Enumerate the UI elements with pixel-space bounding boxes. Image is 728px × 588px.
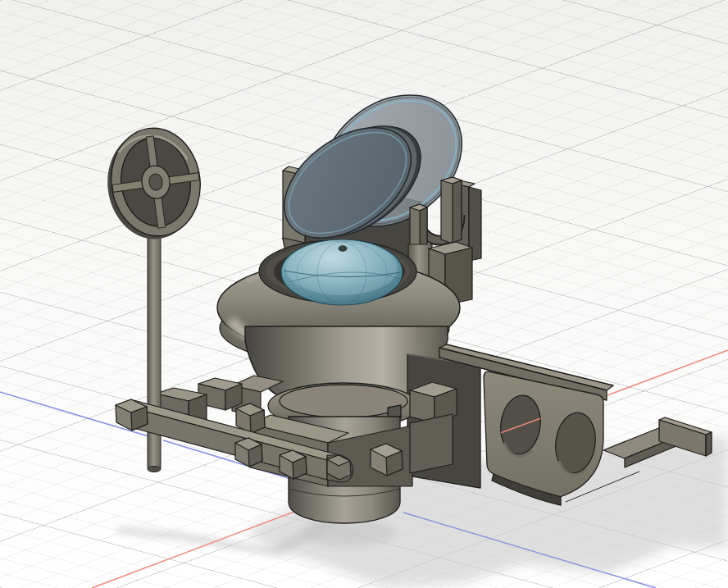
- ball-vent-hole: [339, 246, 347, 251]
- valve-stem[interactable]: [148, 231, 161, 472]
- handwheel[interactable]: [100, 122, 207, 244]
- model-canvas[interactable]: [0, 0, 728, 588]
- cad-viewport[interactable]: [0, 0, 728, 588]
- float-ball[interactable]: [281, 239, 403, 305]
- clamp-step-right: [410, 382, 457, 473]
